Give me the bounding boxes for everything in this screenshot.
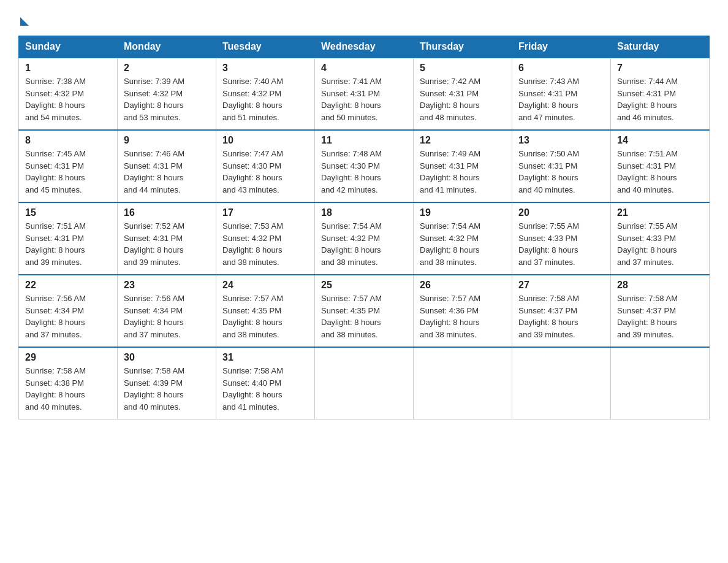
calendar-header-saturday: Saturday	[611, 36, 710, 58]
calendar-week-row: 15 Sunrise: 7:51 AMSunset: 4:31 PMDaylig…	[19, 202, 710, 275]
calendar-cell: 2 Sunrise: 7:39 AMSunset: 4:32 PMDayligh…	[118, 58, 216, 130]
calendar-cell: 16 Sunrise: 7:52 AMSunset: 4:31 PMDaylig…	[118, 202, 216, 275]
day-number: 6	[518, 63, 604, 74]
calendar-cell: 28 Sunrise: 7:58 AMSunset: 4:37 PMDaylig…	[611, 275, 710, 347]
day-info: Sunrise: 7:51 AMSunset: 4:31 PMDaylight:…	[617, 148, 703, 196]
day-info: Sunrise: 7:43 AMSunset: 4:31 PMDaylight:…	[518, 75, 604, 123]
calendar-cell: 9 Sunrise: 7:46 AMSunset: 4:31 PMDayligh…	[118, 130, 216, 202]
calendar-cell	[512, 347, 611, 419]
day-info: Sunrise: 7:58 AMSunset: 4:40 PMDaylight:…	[222, 365, 308, 413]
day-number: 14	[617, 135, 703, 146]
logo	[18, 15, 29, 25]
day-info: Sunrise: 7:57 AMSunset: 4:36 PMDaylight:…	[420, 293, 506, 340]
calendar-cell: 3 Sunrise: 7:40 AMSunset: 4:32 PMDayligh…	[216, 58, 315, 130]
day-number: 9	[124, 135, 210, 146]
day-number: 30	[124, 352, 210, 363]
day-info: Sunrise: 7:57 AMSunset: 4:35 PMDaylight:…	[222, 293, 308, 340]
day-info: Sunrise: 7:48 AMSunset: 4:30 PMDaylight:…	[321, 148, 407, 196]
calendar-cell: 4 Sunrise: 7:41 AMSunset: 4:31 PMDayligh…	[315, 58, 414, 130]
calendar-cell: 8 Sunrise: 7:45 AMSunset: 4:31 PMDayligh…	[19, 130, 118, 202]
calendar-cell: 29 Sunrise: 7:58 AMSunset: 4:38 PMDaylig…	[19, 347, 118, 419]
day-info: Sunrise: 7:56 AMSunset: 4:34 PMDaylight:…	[25, 293, 111, 340]
day-number: 10	[222, 135, 308, 146]
calendar-header-row: SundayMondayTuesdayWednesdayThursdayFrid…	[19, 36, 710, 58]
calendar-cell	[315, 347, 414, 419]
day-info: Sunrise: 7:58 AMSunset: 4:38 PMDaylight:…	[25, 365, 111, 413]
day-number: 23	[124, 280, 210, 291]
calendar-week-row: 8 Sunrise: 7:45 AMSunset: 4:31 PMDayligh…	[19, 130, 710, 202]
calendar-cell: 17 Sunrise: 7:53 AMSunset: 4:32 PMDaylig…	[216, 202, 315, 275]
day-info: Sunrise: 7:58 AMSunset: 4:37 PMDaylight:…	[518, 293, 604, 340]
day-number: 26	[420, 280, 506, 291]
calendar-cell: 24 Sunrise: 7:57 AMSunset: 4:35 PMDaylig…	[216, 275, 315, 347]
calendar-cell: 1 Sunrise: 7:38 AMSunset: 4:32 PMDayligh…	[19, 58, 118, 130]
calendar-cell: 26 Sunrise: 7:57 AMSunset: 4:36 PMDaylig…	[414, 275, 512, 347]
day-info: Sunrise: 7:41 AMSunset: 4:31 PMDaylight:…	[321, 75, 407, 123]
calendar-cell: 30 Sunrise: 7:58 AMSunset: 4:39 PMDaylig…	[118, 347, 216, 419]
calendar-cell: 5 Sunrise: 7:42 AMSunset: 4:31 PMDayligh…	[414, 58, 512, 130]
calendar-header-friday: Friday	[512, 36, 611, 58]
day-number: 18	[321, 207, 407, 218]
day-number: 13	[518, 135, 604, 146]
day-info: Sunrise: 7:46 AMSunset: 4:31 PMDaylight:…	[124, 148, 210, 196]
calendar-header-sunday: Sunday	[19, 36, 118, 58]
day-info: Sunrise: 7:53 AMSunset: 4:32 PMDaylight:…	[222, 220, 308, 268]
day-number: 27	[518, 280, 604, 291]
day-number: 2	[124, 63, 210, 74]
day-info: Sunrise: 7:44 AMSunset: 4:31 PMDaylight:…	[617, 75, 703, 123]
day-number: 28	[617, 280, 703, 291]
day-number: 16	[124, 207, 210, 218]
day-info: Sunrise: 7:51 AMSunset: 4:31 PMDaylight:…	[25, 220, 111, 268]
day-number: 8	[25, 135, 111, 146]
day-info: Sunrise: 7:39 AMSunset: 4:32 PMDaylight:…	[124, 75, 210, 123]
day-number: 25	[321, 280, 407, 291]
day-number: 4	[321, 63, 407, 74]
day-number: 29	[25, 352, 111, 363]
day-number: 12	[420, 135, 506, 146]
calendar-cell: 11 Sunrise: 7:48 AMSunset: 4:30 PMDaylig…	[315, 130, 414, 202]
day-info: Sunrise: 7:54 AMSunset: 4:32 PMDaylight:…	[321, 220, 407, 268]
day-info: Sunrise: 7:52 AMSunset: 4:31 PMDaylight:…	[124, 220, 210, 268]
day-number: 1	[25, 63, 111, 74]
calendar-week-row: 29 Sunrise: 7:58 AMSunset: 4:38 PMDaylig…	[19, 347, 710, 419]
calendar-cell	[611, 347, 710, 419]
calendar-week-row: 1 Sunrise: 7:38 AMSunset: 4:32 PMDayligh…	[19, 58, 710, 130]
day-number: 17	[222, 207, 308, 218]
day-number: 20	[518, 207, 604, 218]
calendar-cell: 21 Sunrise: 7:55 AMSunset: 4:33 PMDaylig…	[611, 202, 710, 275]
calendar-cell	[414, 347, 512, 419]
day-number: 24	[222, 280, 308, 291]
day-info: Sunrise: 7:58 AMSunset: 4:39 PMDaylight:…	[124, 365, 210, 413]
logo-arrow-icon	[20, 17, 29, 26]
day-info: Sunrise: 7:50 AMSunset: 4:31 PMDaylight:…	[518, 148, 604, 196]
calendar-cell: 22 Sunrise: 7:56 AMSunset: 4:34 PMDaylig…	[19, 275, 118, 347]
calendar-cell: 31 Sunrise: 7:58 AMSunset: 4:40 PMDaylig…	[216, 347, 315, 419]
calendar-cell: 12 Sunrise: 7:49 AMSunset: 4:31 PMDaylig…	[414, 130, 512, 202]
day-info: Sunrise: 7:55 AMSunset: 4:33 PMDaylight:…	[518, 220, 604, 268]
day-number: 7	[617, 63, 703, 74]
page-header	[18, 15, 710, 25]
calendar-cell: 7 Sunrise: 7:44 AMSunset: 4:31 PMDayligh…	[611, 58, 710, 130]
calendar-week-row: 22 Sunrise: 7:56 AMSunset: 4:34 PMDaylig…	[19, 275, 710, 347]
calendar-cell: 20 Sunrise: 7:55 AMSunset: 4:33 PMDaylig…	[512, 202, 611, 275]
calendar-cell: 18 Sunrise: 7:54 AMSunset: 4:32 PMDaylig…	[315, 202, 414, 275]
calendar-cell: 14 Sunrise: 7:51 AMSunset: 4:31 PMDaylig…	[611, 130, 710, 202]
day-number: 31	[222, 352, 308, 363]
calendar-cell: 27 Sunrise: 7:58 AMSunset: 4:37 PMDaylig…	[512, 275, 611, 347]
day-info: Sunrise: 7:55 AMSunset: 4:33 PMDaylight:…	[617, 220, 703, 268]
day-number: 22	[25, 280, 111, 291]
day-number: 3	[222, 63, 308, 74]
day-info: Sunrise: 7:47 AMSunset: 4:30 PMDaylight:…	[222, 148, 308, 196]
day-number: 19	[420, 207, 506, 218]
calendar-cell: 25 Sunrise: 7:57 AMSunset: 4:35 PMDaylig…	[315, 275, 414, 347]
calendar-header-tuesday: Tuesday	[216, 36, 315, 58]
calendar-cell: 23 Sunrise: 7:56 AMSunset: 4:34 PMDaylig…	[118, 275, 216, 347]
day-info: Sunrise: 7:42 AMSunset: 4:31 PMDaylight:…	[420, 75, 506, 123]
calendar-cell: 19 Sunrise: 7:54 AMSunset: 4:32 PMDaylig…	[414, 202, 512, 275]
day-number: 11	[321, 135, 407, 146]
day-info: Sunrise: 7:58 AMSunset: 4:37 PMDaylight:…	[617, 293, 703, 340]
day-info: Sunrise: 7:38 AMSunset: 4:32 PMDaylight:…	[25, 75, 111, 123]
day-info: Sunrise: 7:45 AMSunset: 4:31 PMDaylight:…	[25, 148, 111, 196]
day-number: 21	[617, 207, 703, 218]
day-info: Sunrise: 7:49 AMSunset: 4:31 PMDaylight:…	[420, 148, 506, 196]
